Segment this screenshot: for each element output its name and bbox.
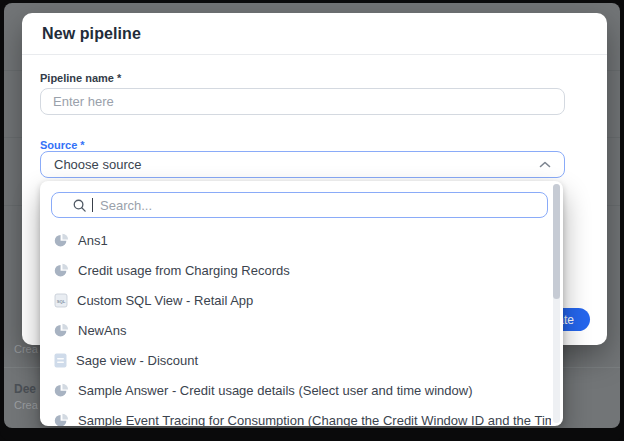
source-option-label: Credit usage from Charging Records xyxy=(78,263,290,278)
dropdown-scrollbar-thumb[interactable] xyxy=(553,184,560,299)
search-input[interactable] xyxy=(98,193,547,217)
source-option[interactable]: Sage view - Discount xyxy=(40,345,551,375)
source-select[interactable]: Choose source xyxy=(40,151,565,178)
source-option[interactable]: Sample Answer - Credit usage details (Se… xyxy=(40,375,551,405)
source-label: Source * xyxy=(40,139,85,151)
modal-title: New pipeline xyxy=(42,25,141,43)
svg-text:SQL: SQL xyxy=(57,298,66,303)
source-options-list: Ans1 Credit usage from Charging Records … xyxy=(40,225,551,426)
search-icon xyxy=(72,198,87,213)
answer-pie-icon xyxy=(54,413,69,427)
background-item-title: Dee xyxy=(14,382,36,396)
source-dropdown-panel: Ans1 Credit usage from Charging Records … xyxy=(40,181,563,426)
sql-view-icon: SQL xyxy=(54,293,68,308)
pipeline-name-input[interactable] xyxy=(40,88,565,115)
window-frame: Crea Dee Crea New pipeline Pipeline name… xyxy=(0,0,624,441)
source-option-label: Sample Event Tracing for Consumption (Ch… xyxy=(78,413,551,427)
answer-pie-icon xyxy=(54,263,69,278)
answer-pie-icon xyxy=(54,233,69,248)
dropdown-scrollbar-track[interactable] xyxy=(553,184,560,423)
dimmed-background-overlay: Crea Dee Crea New pipeline Pipeline name… xyxy=(4,3,620,428)
background-created-text: Crea xyxy=(14,399,38,411)
source-option-label: Sage view - Discount xyxy=(76,353,198,368)
chevron-up-icon xyxy=(539,161,551,168)
source-option[interactable]: Ans1 xyxy=(40,225,551,255)
modal-header-divider xyxy=(22,54,607,55)
source-option-label: Custom SQL View - Retail App xyxy=(77,293,253,308)
dropdown-search-box[interactable] xyxy=(51,192,548,218)
source-option-label: Sample Answer - Credit usage details (Se… xyxy=(78,383,473,398)
source-select-value: Choose source xyxy=(54,157,141,172)
source-option[interactable]: Credit usage from Charging Records xyxy=(40,255,551,285)
source-option-label: Ans1 xyxy=(78,233,108,248)
text-cursor xyxy=(92,198,93,212)
document-view-icon xyxy=(54,353,67,368)
source-option[interactable]: NewAns xyxy=(40,315,551,345)
answer-pie-icon xyxy=(54,323,69,338)
source-option-label: NewAns xyxy=(78,323,126,338)
source-option[interactable]: SQL Custom SQL View - Retail App xyxy=(40,285,551,315)
pipeline-name-label: Pipeline name * xyxy=(40,72,121,84)
source-option[interactable]: Sample Event Tracing for Consumption (Ch… xyxy=(40,405,551,426)
answer-pie-icon xyxy=(54,383,69,398)
